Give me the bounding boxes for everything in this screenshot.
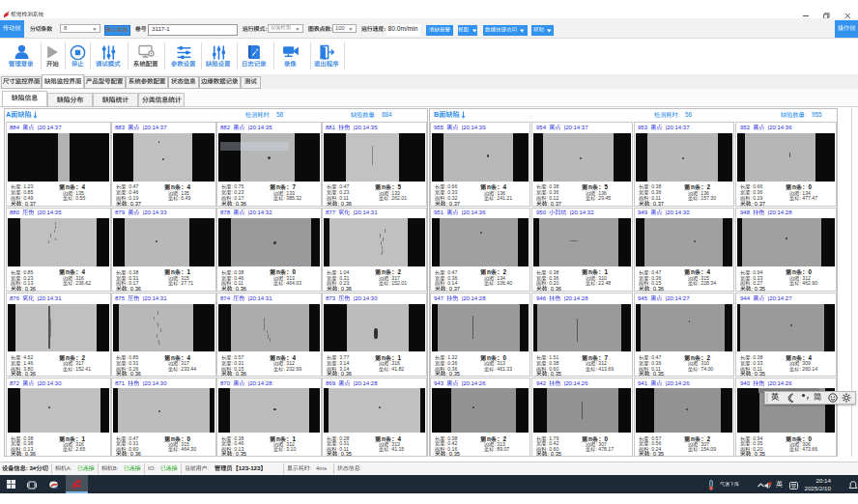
svg-text:|20:14:35: |20:14:35 [244,125,272,130]
svg-text:: 0.36: : 0.36 [546,190,558,195]
svg-text:n: n [588,184,592,190]
svg-text:: 0.36: : 0.36 [232,201,246,207]
svg-text:: 0.36: : 0.36 [546,276,558,281]
svg-text:n: n [276,355,280,361]
svg-text:872: 872 [10,380,22,386]
svg-text:943: 943 [434,380,446,386]
svg-text:: 7: : 7 [599,355,608,361]
svg-text:952: 952 [740,125,753,130]
svg-text:: 41.15: : 41.15 [388,447,404,452]
svg-text:875: 875 [115,295,128,301]
svg-text:: 0.38: : 0.38 [546,270,558,275]
svg-text:|20:14:32: |20:14:32 [244,210,272,216]
svg-text:: 241.21: : 241.21 [494,196,512,201]
svg-text:: 0.35: : 0.35 [548,371,562,377]
svg-text:: 6.49: : 6.49 [178,196,190,201]
svg-text:: 0.46: : 0.46 [126,190,138,195]
svg-text:: 4: : 4 [701,269,709,275]
svg-text:: 0.57: : 0.57 [231,355,243,360]
svg-text:: 4: : 4 [181,355,189,361]
svg-text:: 316: : 316 [72,276,84,281]
svg-text:: 0.33: : 0.33 [750,276,762,281]
svg-text:: 0.35: : 0.35 [445,371,460,377]
svg-text:: 154.09: : 154.09 [698,447,716,452]
svg-text:: 0.36: : 0.36 [649,286,664,292]
svg-text:|20:14:36: |20:14:36 [764,125,792,130]
svg-text:: 315: : 315 [178,276,189,281]
svg-text:n: n [66,184,70,190]
svg-text:|20:14:27: |20:14:27 [662,295,690,301]
svg-text:: 135: : 135 [178,191,189,196]
svg-text:940: 940 [740,380,753,386]
svg-text:|20:14:31: |20:14:31 [350,210,378,216]
svg-text:|20:14:37: |20:14:37 [139,125,167,130]
svg-text:: 477.47: : 477.47 [799,196,817,201]
svg-text::: : [360,465,362,471]
svg-text:: 0.85: : 0.85 [126,355,138,360]
svg-text::: : [805,112,807,118]
svg-text:: 3#: : 3# [26,465,37,471]
svg-text:: 0.37: : 0.37 [445,286,460,292]
svg-text:870: 870 [220,380,233,386]
svg-text:: 0.36: : 0.36 [21,451,36,457]
svg-text:n: n [276,269,280,275]
svg-text:: 262.01: : 262.01 [388,196,407,201]
svg-text:: 0: : 0 [286,269,295,275]
svg-text:: 310: : 310 [595,276,607,281]
svg-text:: 152.01: : 152.01 [388,281,407,286]
svg-text:: 1.23: : 1.23 [20,184,33,189]
svg-text:: 478.17: : 478.17 [595,447,614,452]
svg-text:n: n [792,184,796,190]
svg-text:882: 882 [220,125,233,130]
svg-text:: 5: : 5 [599,184,608,190]
svg-text:878: 878 [220,210,233,216]
svg-text:123-123: 123-123 [239,465,261,471]
svg-text:: 0.37: : 0.37 [649,201,664,207]
svg-text:881: 881 [326,125,338,130]
svg-text:944: 944 [740,295,753,301]
svg-text:n: n [588,355,592,361]
svg-text:: 0.35: : 0.35 [752,371,766,377]
svg-text:: 0.33: : 0.33 [750,361,762,366]
svg-text:871: 871 [115,380,128,386]
svg-text:: 316: : 316 [388,361,400,366]
svg-text:: 464.30: : 464.30 [178,447,196,452]
svg-text:: 4: : 4 [75,184,84,190]
svg-text:: 0.37: : 0.37 [127,201,141,207]
svg-text:: 3.77: : 3.77 [336,355,349,360]
svg-text:: 317: : 317 [388,276,400,281]
svg-text:|20:14:30: |20:14:30 [139,380,167,386]
svg-text:: 0.36: : 0.36 [232,286,246,292]
svg-text:: 0.35: : 0.35 [752,286,766,292]
svg-text:: 0.35: : 0.35 [232,451,246,457]
svg-text:941: 941 [638,380,650,386]
svg-text:: 0.36: : 0.36 [232,371,246,377]
svg-text:: 4: : 4 [181,184,189,190]
svg-text:: 7: : 7 [286,184,295,190]
svg-text:: 0.47: : 0.47 [648,355,661,360]
svg-text:: 0.31: : 0.31 [126,276,138,281]
svg-text::: : [678,112,680,118]
svg-text:: 0.38: : 0.38 [126,270,138,275]
svg-text:n: n [487,269,491,275]
svg-text:: 0.35: : 0.35 [548,451,562,457]
svg-text:IO:: IO: [148,465,156,471]
svg-text:: 0.23: : 0.23 [20,276,33,281]
svg-text::: : [270,112,272,118]
svg-text:879: 879 [115,210,128,216]
svg-text:: 134: : 134 [799,191,811,196]
svg-text:: 0: : 0 [803,269,812,275]
svg-text:: 0.35: : 0.35 [649,371,664,377]
svg-text:: 317: : 317 [178,361,189,366]
svg-text:: 312: : 312 [595,361,607,366]
svg-text:: 233.44: : 233.44 [178,367,196,372]
svg-text:877: 877 [326,210,338,216]
svg-text:|20:14:35: |20:14:35 [34,210,62,216]
svg-text:: 0.36: : 0.36 [21,371,36,377]
svg-text:B: B [434,111,439,119]
svg-text:: 1: : 1 [391,355,400,361]
svg-text:942: 942 [536,380,549,386]
svg-text:: 312: : 312 [283,361,295,366]
svg-text:: 133: : 133 [283,191,295,196]
svg-text:: 133: : 133 [388,191,400,196]
